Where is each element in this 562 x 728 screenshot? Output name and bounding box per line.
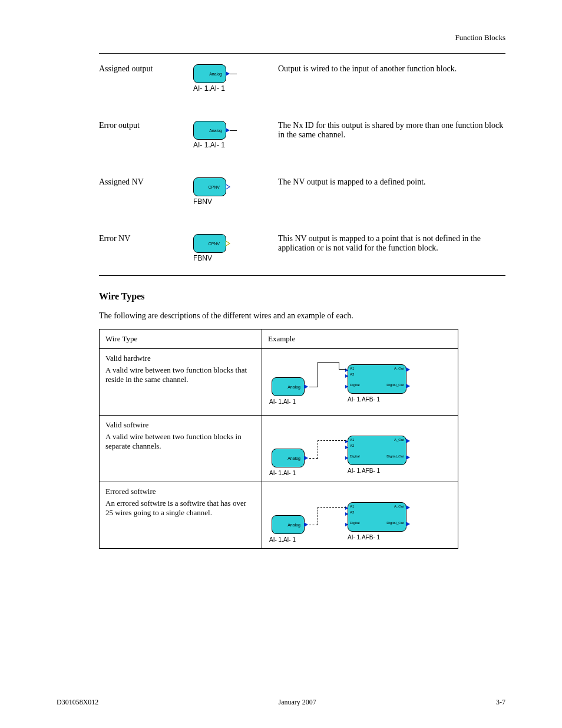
entry-figure: CPNV FBNV [193,234,236,262]
wire-type-label: Valid softwire [105,420,256,430]
source-caption: AI- 1.AI- 1 [269,398,296,405]
source-block-icon: Analog [272,449,305,467]
entry-error-nv: Error NV CPNV FBNV This NV output is map… [99,234,505,262]
table-row: Valid softwire A valid wire between two … [100,416,458,482]
wire-segment [318,440,346,441]
output-triangle-outline-fill [226,242,229,245]
section-intro: The following are descriptions of the di… [99,311,505,321]
block-caption: FBNV [193,197,236,206]
footer-date: January 2007 [279,698,316,707]
wire-type-label: Errored softwire [105,487,256,496]
port-in-digital-icon [345,523,348,526]
port-label: Digital [350,521,360,525]
block-caption: AI- 1.AI- 1 [193,84,236,93]
wire-segment [318,507,346,508]
analog-block-icon: Analog [193,121,226,140]
wire-type-cell: Valid hardwire A valid wire between two … [100,349,262,416]
wire-segment [318,362,339,363]
wire-type-desc: An errored softwire is a softwire that h… [105,499,256,518]
entry-label: Assigned output [99,64,193,74]
wire-segment [318,440,318,459]
wire-stub [230,74,237,74]
port-label: A_Out [394,505,404,508]
entry-label: Error output [99,121,193,130]
example-cell: Analog AI- 1.AI- 1 A1 A2 Digital A_Out [262,416,458,482]
entry-desc: This NV output is mapped to a point that… [236,234,505,253]
entry-assigned-nv: Assigned NV CPNV FBNV The NV output is m… [99,177,505,206]
port-out-icon [406,455,410,460]
output-triangle-icon [226,71,230,76]
col-header-example: Example [262,330,458,349]
port-in-digital-icon [345,385,348,388]
output-triangle-icon [304,384,308,389]
entry-figure: Analog AI- 1.AI- 1 [193,64,236,93]
port-label: A1 [350,438,354,442]
port-out-icon [406,384,410,388]
wire-type-label: Valid hardwire [105,354,256,363]
diagram-valid-softwire: Analog AI- 1.AI- 1 A1 A2 Digital A_Out [268,420,452,477]
source-block-icon: Analog [272,377,305,396]
output-triangle-outline-fill [226,185,229,189]
dest-caption: AI- 1.AFB- 1 [348,396,380,403]
port-in-a2-icon [345,374,348,378]
wire-segment [309,525,318,525]
entry-assigned-output: Assigned output Analog AI- 1.AI- 1 Outpu… [99,64,505,93]
port-label: Digital_Out [386,521,404,525]
entry-error-output: Error output Analog AI- 1.AI- 1 The Nx I… [99,121,505,149]
port-label: Digital [350,383,360,387]
port-label: A2 [350,510,354,514]
diagram-errored-softwire: Analog AI- 1.AI- 1 A1 A2 Digital A_Out [268,487,452,543]
wire-segment [339,369,346,370]
port-label: A1 [350,505,354,508]
wire-type-cell: Errored softwire An errored softwire is … [100,482,262,549]
dest-caption: AI- 1.AFB- 1 [348,467,380,474]
source-block-icon: Analog [272,515,305,534]
port-out-icon [406,505,410,510]
port-label: Digital [350,454,360,458]
block-label: Analog [209,72,222,76]
header-section-title: Function Blocks [455,33,505,42]
block-caption: FBNV [193,254,236,262]
entry-figure: CPNV FBNV [193,177,236,206]
port-label: A1 [350,367,354,370]
cpnv-block-icon: CPNV [193,177,226,196]
port-in-digital-icon [345,456,348,460]
wire-segment [309,387,318,387]
cpnv-block-icon: CPNV [193,234,226,253]
block-label: Analog [287,456,300,460]
block-caption: AI- 1.AI- 1 [193,141,236,149]
entry-desc: The Nx ID for this output is shared by m… [236,121,505,140]
wire-type-desc: A valid wire between two function blocks… [105,365,256,384]
source-caption: AI- 1.AI- 1 [269,470,296,476]
wire-type-cell: Valid softwire A valid wire between two … [100,416,262,482]
wire-type-desc: A valid wire between two function blocks… [105,432,256,451]
entry-desc: Output is wired to the input of another … [236,64,505,74]
port-label: Digital_Out [386,454,404,458]
port-label: A2 [350,373,354,376]
port-out-icon [406,439,410,443]
dest-block-icon: A1 A2 Digital A_Out Digital_Out [348,436,406,465]
page: Function Blocks Assigned output Analog A… [0,0,562,728]
wire-type-table: Wire Type Example Valid hardwire A valid… [99,329,458,549]
footer-doc-id: D301058X012 [57,698,98,707]
output-triangle-icon [226,128,230,133]
dest-caption: AI- 1.AFB- 1 [348,534,380,541]
port-out-icon [406,367,410,372]
table-row: Valid hardwire A valid wire between two … [100,349,458,416]
port-label: A_Out [394,438,404,442]
entry-label: Error NV [99,234,193,243]
section-heading: Wire Types [99,291,505,302]
port-label: Digital_Out [386,383,404,387]
output-triangle-icon [304,456,308,460]
block-label: CPNV [209,185,220,189]
footer-page: 3-7 [496,698,505,707]
col-header-wire-type: Wire Type [100,330,262,349]
diagram-valid-hardwire: Analog AI- 1.AI- 1 A1 A2 Digital [268,354,452,410]
wire-stub [230,130,237,131]
table-row: Errored softwire An errored softwire is … [100,482,458,549]
dest-block-icon: A1 A2 Digital A_Out Digital_Out [348,502,406,532]
example-cell: Analog AI- 1.AI- 1 A1 A2 Digital [262,349,458,416]
example-cell: Analog AI- 1.AI- 1 A1 A2 Digital A_Out [262,482,458,549]
output-triangle-icon [304,522,308,527]
wire-segment [339,362,339,369]
